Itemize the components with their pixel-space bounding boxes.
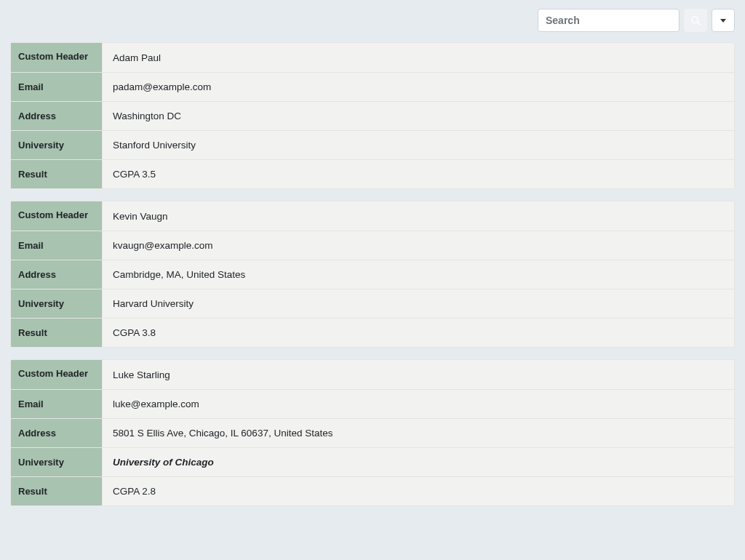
row-value-text: Adam Paul <box>113 52 161 63</box>
row-value-university: Harvard University <box>103 289 734 318</box>
svg-line-1 <box>698 23 701 25</box>
row-value-text: Luke Starling <box>113 369 170 380</box>
record-row: Custom HeaderKevin Vaugn <box>11 201 734 231</box>
record-row: Emailkvaugn@example.com <box>11 231 734 260</box>
row-header-email: Email <box>11 390 103 418</box>
row-header-email: Email <box>11 73 103 101</box>
row-value-text: Cambridge, MA, United States <box>113 269 245 280</box>
row-value-result: CGPA 2.8 <box>103 477 734 505</box>
caret-down-icon <box>720 19 726 23</box>
row-header-custom-header: Custom Header <box>11 201 103 231</box>
row-value-email: luke@example.com <box>103 390 734 418</box>
row-header-custom-header: Custom Header <box>11 360 103 389</box>
row-value-text: kvaugn@example.com <box>113 240 213 251</box>
row-value-address: Cambridge, MA, United States <box>103 260 734 289</box>
record-row: Emailpadam@example.com <box>11 72 734 101</box>
row-header-result: Result <box>11 319 103 347</box>
record-row: UniversityStanford University <box>11 130 734 159</box>
row-value-custom-header: Kevin Vaugn <box>103 201 734 231</box>
search-input[interactable] <box>538 9 680 32</box>
row-value-text: luke@example.com <box>113 399 199 409</box>
row-value-custom-header: Luke Starling <box>103 360 734 389</box>
row-value-text: Washington DC <box>113 111 181 121</box>
row-header-email: Email <box>11 231 103 260</box>
row-header-address: Address <box>11 102 103 130</box>
record-row: Address5801 S Ellis Ave, Chicago, IL 606… <box>11 418 734 447</box>
record-row: Custom HeaderAdam Paul <box>11 43 734 72</box>
records-list: Custom HeaderAdam PaulEmailpadam@example… <box>0 38 745 522</box>
record-row: Custom HeaderLuke Starling <box>11 360 734 389</box>
record-card: Custom HeaderAdam PaulEmailpadam@example… <box>10 42 735 189</box>
record-row: ResultCGPA 3.5 <box>11 159 734 188</box>
row-value-address: 5801 S Ellis Ave, Chicago, IL 60637, Uni… <box>103 419 734 447</box>
record-row: UniversityUniversity of Chicago <box>11 447 734 476</box>
row-value-custom-header: Adam Paul <box>103 43 734 72</box>
row-header-address: Address <box>11 260 103 289</box>
row-value-email: kvaugn@example.com <box>103 231 734 260</box>
row-header-university: University <box>11 289 103 318</box>
record-card: Custom HeaderKevin VaugnEmailkvaugn@exam… <box>10 201 735 348</box>
record-row: AddressCambridge, MA, United States <box>11 260 734 289</box>
row-value-text: CGPA 3.5 <box>113 169 156 180</box>
row-header-result: Result <box>11 160 103 188</box>
row-value-result: CGPA 3.5 <box>103 160 734 188</box>
row-header-result: Result <box>11 477 103 505</box>
dropdown-toggle-button[interactable] <box>712 9 735 32</box>
row-value-address: Washington DC <box>103 102 734 130</box>
record-row: ResultCGPA 3.8 <box>11 318 734 347</box>
row-value-text: Harvard University <box>113 298 194 309</box>
record-row: ResultCGPA 2.8 <box>11 476 734 505</box>
row-value-text: University of Chicago <box>113 457 214 468</box>
row-value-university: University of Chicago <box>103 448 734 476</box>
record-card: Custom HeaderLuke StarlingEmailluke@exam… <box>10 359 735 506</box>
row-value-text: CGPA 2.8 <box>113 486 156 497</box>
row-value-text: Kevin Vaugn <box>113 211 168 222</box>
row-value-result: CGPA 3.8 <box>103 319 734 347</box>
record-row: UniversityHarvard University <box>11 289 734 318</box>
row-value-text: 5801 S Ellis Ave, Chicago, IL 60637, Uni… <box>113 428 332 439</box>
row-header-address: Address <box>11 419 103 447</box>
row-header-university: University <box>11 131 103 159</box>
row-header-university: University <box>11 448 103 476</box>
row-value-text: Stanford University <box>113 140 196 151</box>
record-row: Emailluke@example.com <box>11 389 734 418</box>
row-value-text: CGPA 3.8 <box>113 327 156 338</box>
toolbar <box>0 0 745 38</box>
search-button[interactable] <box>684 9 707 32</box>
row-value-text: padam@example.com <box>113 81 211 92</box>
record-row: AddressWashington DC <box>11 101 734 130</box>
row-value-university: Stanford University <box>103 131 734 159</box>
row-value-email: padam@example.com <box>103 73 734 101</box>
search-icon <box>690 15 701 25</box>
row-header-custom-header: Custom Header <box>11 43 103 72</box>
